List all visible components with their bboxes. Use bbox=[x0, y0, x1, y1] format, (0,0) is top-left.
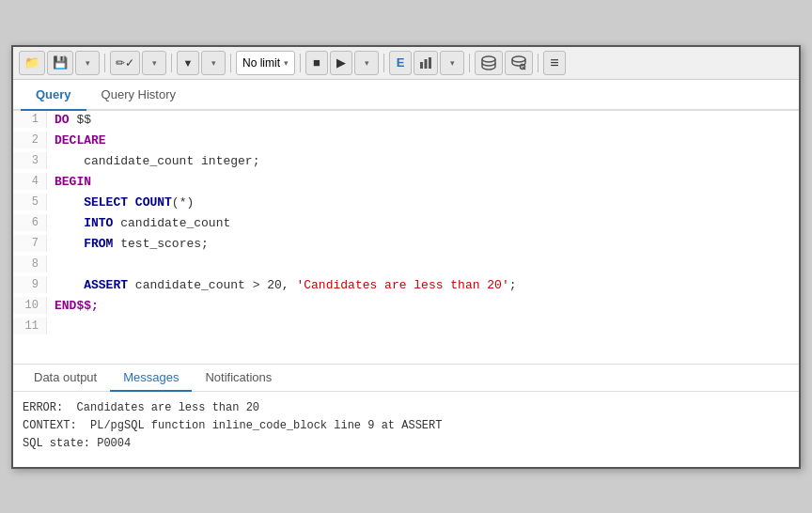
stop-button[interactable]: ■ bbox=[305, 51, 328, 75]
play-dropdown-button[interactable]: ▾ bbox=[354, 51, 379, 75]
no-limit-chevron: ▾ bbox=[284, 58, 289, 68]
tab-messages[interactable]: Messages bbox=[110, 365, 192, 392]
db-manage-button[interactable] bbox=[505, 51, 533, 75]
toolbar: 📁 💾 ▾ ✏✓ ▾ ▼ ▾ No limit ▾ ■ ▶ ▾ E ▾ bbox=[13, 47, 799, 80]
db-connect-button[interactable] bbox=[475, 51, 503, 75]
code-line-11: 11 bbox=[13, 318, 799, 338]
code-line-2: 2 DECLARE bbox=[13, 132, 799, 152]
separator-2 bbox=[171, 54, 172, 72]
separator-3 bbox=[230, 54, 231, 72]
code-line-3: 3 candidate_count integer; bbox=[13, 152, 799, 173]
filter-dropdown-button[interactable]: ▾ bbox=[201, 51, 226, 75]
code-line-7: 7 FROM test_scores; bbox=[13, 235, 799, 256]
tab-data-output[interactable]: Data output bbox=[21, 365, 110, 392]
query-tabs: Query Query History bbox=[13, 80, 799, 111]
explain-button[interactable]: E bbox=[389, 51, 412, 75]
svg-rect-1 bbox=[425, 59, 428, 69]
separator-1 bbox=[104, 54, 105, 72]
no-limit-dropdown[interactable]: No limit ▾ bbox=[236, 51, 295, 75]
edit-button[interactable]: ✏✓ bbox=[110, 51, 140, 75]
edit-dropdown-button[interactable]: ▾ bbox=[142, 51, 166, 75]
code-line-1: 1 DO $$ bbox=[13, 111, 799, 132]
main-window: 📁 💾 ▾ ✏✓ ▾ ▼ ▾ No limit ▾ ■ ▶ ▾ E ▾ bbox=[11, 45, 801, 469]
messages-output: ERROR: Candidates are less than 20 CONTE… bbox=[13, 392, 799, 467]
code-line-6: 6 INTO candidate_count bbox=[13, 214, 799, 235]
save-dropdown-button[interactable]: ▾ bbox=[75, 51, 100, 75]
svg-point-3 bbox=[482, 56, 495, 62]
svg-point-4 bbox=[512, 56, 525, 62]
message-line-1: ERROR: Candidates are less than 20 bbox=[23, 399, 789, 417]
tab-query-history[interactable]: Query History bbox=[86, 80, 191, 111]
code-line-10: 10 END$$; bbox=[13, 297, 799, 318]
separator-7 bbox=[538, 54, 539, 72]
separator-6 bbox=[469, 54, 470, 72]
message-line-2: CONTEXT: PL/pgSQL function inline_code_b… bbox=[23, 417, 789, 435]
play-button[interactable]: ▶ bbox=[330, 51, 352, 75]
separator-5 bbox=[383, 54, 384, 72]
code-line-4: 4 BEGIN bbox=[13, 173, 799, 194]
no-limit-label: No limit bbox=[242, 56, 280, 70]
svg-rect-0 bbox=[420, 62, 423, 69]
chart-dropdown-button[interactable]: ▾ bbox=[440, 51, 464, 75]
code-line-8: 8 bbox=[13, 256, 799, 276]
code-editor[interactable]: 1 DO $$ 2 DECLARE 3 candidate_count inte… bbox=[13, 111, 799, 365]
filter-button[interactable]: ▼ bbox=[177, 51, 199, 75]
message-line-3: SQL state: P0004 bbox=[23, 435, 789, 453]
code-line-5: 5 SELECT COUNT(*) bbox=[13, 194, 799, 214]
save-button[interactable]: 💾 bbox=[47, 51, 73, 75]
tab-notifications[interactable]: Notifications bbox=[192, 365, 285, 392]
code-line-9: 9 ASSERT candidate_count > 20, 'Candidat… bbox=[13, 276, 799, 297]
chart-button[interactable] bbox=[414, 51, 438, 75]
tab-query[interactable]: Query bbox=[21, 80, 86, 111]
bottom-tabs: Data output Messages Notifications bbox=[13, 365, 799, 392]
separator-4 bbox=[300, 54, 301, 72]
open-folder-button[interactable]: 📁 bbox=[19, 51, 45, 75]
menu-button[interactable]: ≡ bbox=[543, 51, 566, 75]
svg-rect-2 bbox=[429, 57, 431, 69]
